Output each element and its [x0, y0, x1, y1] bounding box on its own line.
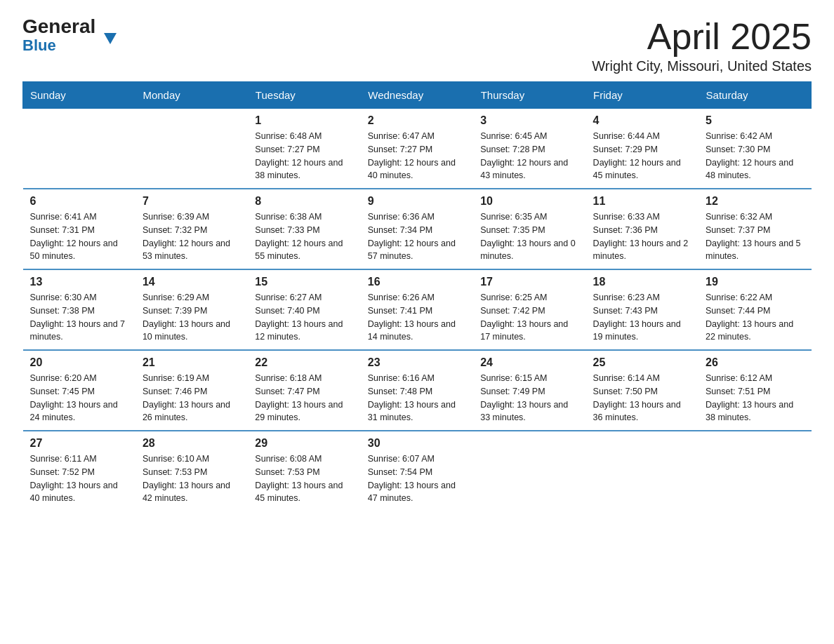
calendar-cell: 2Sunrise: 6:47 AMSunset: 7:27 PMDaylight…: [361, 109, 473, 189]
calendar-week-row: 6Sunrise: 6:41 AMSunset: 7:31 PMDaylight…: [23, 189, 812, 269]
day-number: 16: [368, 276, 466, 288]
calendar-cell: 30Sunrise: 6:07 AMSunset: 7:54 PMDayligh…: [361, 431, 473, 511]
calendar-cell: 29Sunrise: 6:08 AMSunset: 7:53 PMDayligh…: [248, 431, 360, 511]
page-title: April 2025: [592, 17, 812, 57]
calendar-week-row: 1Sunrise: 6:48 AMSunset: 7:27 PMDaylight…: [23, 109, 812, 189]
calendar-cell: 1Sunrise: 6:48 AMSunset: 7:27 PMDaylight…: [248, 109, 360, 189]
calendar-cell: 9Sunrise: 6:36 AMSunset: 7:34 PMDaylight…: [361, 189, 473, 269]
calendar-cell: 18Sunrise: 6:23 AMSunset: 7:43 PMDayligh…: [586, 269, 699, 350]
calendar-cell: 6Sunrise: 6:41 AMSunset: 7:31 PMDaylight…: [23, 189, 135, 269]
calendar-week-row: 20Sunrise: 6:20 AMSunset: 7:45 PMDayligh…: [23, 350, 812, 431]
day-number: 21: [143, 356, 241, 369]
day-info: Sunrise: 6:38 AMSunset: 7:33 PMDaylight:…: [255, 210, 353, 263]
day-info: Sunrise: 6:07 AMSunset: 7:54 PMDaylight:…: [368, 452, 466, 505]
day-number: 7: [143, 195, 241, 208]
day-number: 26: [706, 356, 804, 369]
svg-marker-0: [104, 33, 117, 44]
title-block: April 2025 Wright City, Missouri, United…: [592, 17, 812, 74]
day-info: Sunrise: 6:12 AMSunset: 7:51 PMDaylight:…: [706, 372, 804, 424]
col-header-friday: Friday: [586, 82, 699, 109]
calendar-cell: 4Sunrise: 6:44 AMSunset: 7:29 PMDaylight…: [586, 109, 699, 189]
day-number: 29: [255, 437, 353, 450]
calendar-cell: 10Sunrise: 6:35 AMSunset: 7:35 PMDayligh…: [473, 189, 585, 269]
day-number: 24: [480, 356, 578, 369]
day-number: 11: [593, 195, 691, 208]
day-number: 15: [255, 276, 353, 288]
day-info: Sunrise: 6:26 AMSunset: 7:41 PMDaylight:…: [368, 291, 466, 344]
day-number: 5: [706, 114, 804, 127]
day-info: Sunrise: 6:35 AMSunset: 7:35 PMDaylight:…: [480, 210, 578, 263]
calendar-cell: [23, 109, 135, 189]
calendar-cell: 11Sunrise: 6:33 AMSunset: 7:36 PMDayligh…: [586, 189, 699, 269]
day-number: 28: [143, 437, 241, 450]
calendar-cell: 12Sunrise: 6:32 AMSunset: 7:37 PMDayligh…: [699, 189, 811, 269]
calendar-cell: 5Sunrise: 6:42 AMSunset: 7:30 PMDaylight…: [699, 109, 811, 189]
day-number: 18: [593, 276, 691, 288]
calendar-cell: 27Sunrise: 6:11 AMSunset: 7:52 PMDayligh…: [23, 431, 135, 511]
calendar-week-row: 13Sunrise: 6:30 AMSunset: 7:38 PMDayligh…: [23, 269, 812, 350]
day-info: Sunrise: 6:14 AMSunset: 7:50 PMDaylight:…: [593, 372, 691, 424]
calendar-cell: 17Sunrise: 6:25 AMSunset: 7:42 PMDayligh…: [473, 269, 585, 350]
day-info: Sunrise: 6:23 AMSunset: 7:43 PMDaylight:…: [593, 291, 691, 344]
day-info: Sunrise: 6:32 AMSunset: 7:37 PMDaylight:…: [706, 210, 804, 263]
calendar-cell: 7Sunrise: 6:39 AMSunset: 7:32 PMDaylight…: [135, 189, 248, 269]
col-header-thursday: Thursday: [473, 82, 585, 109]
day-info: Sunrise: 6:45 AMSunset: 7:28 PMDaylight:…: [480, 130, 578, 182]
col-header-monday: Monday: [135, 82, 248, 109]
col-header-saturday: Saturday: [699, 82, 811, 109]
logo-text-blue: Blue: [22, 36, 56, 54]
calendar-cell: 25Sunrise: 6:14 AMSunset: 7:50 PMDayligh…: [586, 350, 699, 431]
day-info: Sunrise: 6:15 AMSunset: 7:49 PMDaylight:…: [480, 372, 578, 424]
day-number: 22: [255, 356, 353, 369]
day-number: 27: [30, 437, 128, 450]
calendar-cell: [586, 431, 699, 511]
day-info: Sunrise: 6:18 AMSunset: 7:47 PMDaylight:…: [255, 372, 353, 424]
calendar-cell: 23Sunrise: 6:16 AMSunset: 7:48 PMDayligh…: [361, 350, 473, 431]
day-info: Sunrise: 6:41 AMSunset: 7:31 PMDaylight:…: [30, 210, 128, 263]
calendar-cell: 14Sunrise: 6:29 AMSunset: 7:39 PMDayligh…: [135, 269, 248, 350]
calendar-cell: 3Sunrise: 6:45 AMSunset: 7:28 PMDaylight…: [473, 109, 585, 189]
page-subtitle: Wright City, Missouri, United States: [592, 58, 812, 74]
calendar-cell: 21Sunrise: 6:19 AMSunset: 7:46 PMDayligh…: [135, 350, 248, 431]
day-number: 10: [480, 195, 578, 208]
day-info: Sunrise: 6:29 AMSunset: 7:39 PMDaylight:…: [143, 291, 241, 344]
calendar-cell: 28Sunrise: 6:10 AMSunset: 7:53 PMDayligh…: [135, 431, 248, 511]
day-number: 2: [368, 114, 466, 127]
day-info: Sunrise: 6:11 AMSunset: 7:52 PMDaylight:…: [30, 452, 128, 505]
day-info: Sunrise: 6:33 AMSunset: 7:36 PMDaylight:…: [593, 210, 691, 263]
day-number: 23: [368, 356, 466, 369]
calendar-cell: 20Sunrise: 6:20 AMSunset: 7:45 PMDayligh…: [23, 350, 135, 431]
day-number: 3: [480, 114, 578, 127]
day-info: Sunrise: 6:08 AMSunset: 7:53 PMDaylight:…: [255, 452, 353, 505]
day-info: Sunrise: 6:36 AMSunset: 7:34 PMDaylight:…: [368, 210, 466, 263]
day-number: 19: [706, 276, 804, 288]
day-number: 1: [255, 114, 353, 127]
day-number: 25: [593, 356, 691, 369]
col-header-wednesday: Wednesday: [361, 82, 473, 109]
day-number: 20: [30, 356, 128, 369]
day-number: 30: [368, 437, 466, 450]
col-header-sunday: Sunday: [23, 82, 135, 109]
calendar-cell: [135, 109, 248, 189]
logo-text-general: General: [22, 17, 102, 36]
calendar-week-row: 27Sunrise: 6:11 AMSunset: 7:52 PMDayligh…: [23, 431, 812, 511]
day-info: Sunrise: 6:25 AMSunset: 7:42 PMDaylight:…: [480, 291, 578, 344]
day-number: 9: [368, 195, 466, 208]
logo: General Blue: [22, 17, 102, 55]
calendar-cell: 19Sunrise: 6:22 AMSunset: 7:44 PMDayligh…: [699, 269, 811, 350]
day-info: Sunrise: 6:30 AMSunset: 7:38 PMDaylight:…: [30, 291, 128, 344]
col-header-tuesday: Tuesday: [248, 82, 360, 109]
calendar-cell: 26Sunrise: 6:12 AMSunset: 7:51 PMDayligh…: [699, 350, 811, 431]
day-info: Sunrise: 6:22 AMSunset: 7:44 PMDaylight:…: [706, 291, 804, 344]
day-info: Sunrise: 6:42 AMSunset: 7:30 PMDaylight:…: [706, 130, 804, 182]
day-info: Sunrise: 6:44 AMSunset: 7:29 PMDaylight:…: [593, 130, 691, 182]
day-number: 13: [30, 276, 128, 288]
day-info: Sunrise: 6:27 AMSunset: 7:40 PMDaylight:…: [255, 291, 353, 344]
day-info: Sunrise: 6:19 AMSunset: 7:46 PMDaylight:…: [143, 372, 241, 424]
day-info: Sunrise: 6:20 AMSunset: 7:45 PMDaylight:…: [30, 372, 128, 424]
calendar-cell: 24Sunrise: 6:15 AMSunset: 7:49 PMDayligh…: [473, 350, 585, 431]
day-info: Sunrise: 6:10 AMSunset: 7:53 PMDaylight:…: [143, 452, 241, 505]
day-info: Sunrise: 6:47 AMSunset: 7:27 PMDaylight:…: [368, 130, 466, 182]
day-info: Sunrise: 6:16 AMSunset: 7:48 PMDaylight:…: [368, 372, 466, 424]
day-number: 17: [480, 276, 578, 288]
